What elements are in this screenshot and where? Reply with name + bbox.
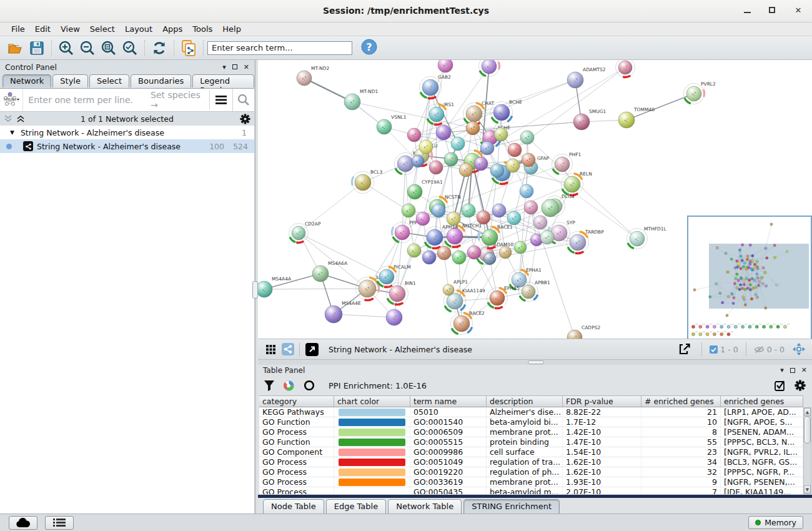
scroll-up-button[interactable]: ▲ (804, 408, 811, 416)
string-panel-button[interactable] (279, 339, 297, 359)
network-node[interactable] (459, 163, 473, 177)
tab-network[interactable]: Network (2, 74, 51, 87)
network-node[interactable]: CADPS2 (567, 325, 600, 339)
network-node[interactable]: PVRL2 (684, 81, 716, 104)
network-node[interactable] (479, 60, 500, 77)
network-node[interactable] (507, 211, 521, 225)
network-node[interactable] (416, 212, 430, 226)
zoom-out-button[interactable] (77, 38, 98, 58)
refresh-button[interactable] (149, 38, 170, 58)
minimap-graph[interactable] (688, 217, 811, 339)
network-node[interactable]: PHF1 (552, 152, 582, 175)
table-row[interactable]: GO ProcessGO:0033619membrane prot...1.93… (259, 477, 803, 487)
menu-edit[interactable]: Edit (30, 23, 56, 35)
network-node[interactable] (506, 159, 520, 172)
column-header-fdr-p-value[interactable]: FDR p-value (563, 395, 641, 407)
tab-node-table[interactable]: Node Table (263, 499, 324, 514)
network-edge[interactable] (334, 314, 394, 317)
tab-style[interactable]: Style (52, 74, 88, 87)
panel-menu-icon[interactable]: ▾ (780, 366, 784, 374)
network-edge[interactable] (443, 122, 582, 132)
column-header-category[interactable]: category (259, 395, 334, 407)
table-row[interactable]: GO ProcessGO:0050435beta-amyloid m...2.0… (259, 487, 803, 494)
species-hint[interactable]: Set species → (151, 90, 209, 110)
column-header--enriched-genes[interactable]: # enriched genes (641, 395, 721, 407)
network-node[interactable] (542, 199, 559, 217)
panel-splitter-grip[interactable] (252, 281, 258, 299)
network-node[interactable] (467, 246, 481, 259)
table-settings-gear-icon[interactable] (795, 380, 806, 391)
network-node[interactable]: SMUG1 (573, 109, 607, 130)
network-node[interactable]: CD2AP (289, 221, 321, 243)
birdseye-toggle-button[interactable] (790, 339, 808, 359)
network-collection-row[interactable]: ▼ String Network - Alzheimer's disease 1 (0, 126, 254, 139)
network-view-canvas[interactable]: MT-ND2MT-ND1VSNL1GAB2IRS1CHATBCHEADAMTS2… (258, 60, 812, 339)
table-row[interactable]: KEGG Pathways05010Alzheimer's dise...8.8… (259, 407, 803, 417)
zoom-in-button[interactable] (56, 38, 77, 58)
save-session-button[interactable] (26, 38, 47, 58)
network-node[interactable] (438, 60, 453, 72)
network-node[interactable] (407, 244, 421, 257)
network-node[interactable] (490, 164, 504, 177)
filter-icon[interactable] (264, 380, 274, 391)
import-network-button[interactable] (178, 38, 199, 58)
network-node[interactable]: MTHFD1L (627, 226, 667, 249)
table-row[interactable]: GO ComponentGO:0009986cell surface1.54E-… (259, 447, 803, 457)
network-node[interactable] (422, 251, 436, 264)
network-edge[interactable] (299, 233, 387, 277)
table-row[interactable]: GO ProcessGO:0019220regulation of ph...1… (259, 467, 803, 477)
network-node[interactable] (483, 252, 496, 265)
network-node[interactable] (447, 212, 460, 226)
birdseye-grid-button[interactable] (262, 339, 279, 359)
network-node[interactable] (444, 152, 458, 166)
string-protein-query-button[interactable]: STRING (0, 89, 23, 111)
tab-network-table[interactable]: Network Table (388, 499, 462, 514)
column-header-chart-color[interactable]: chart color (334, 395, 410, 407)
query-options-button[interactable] (210, 89, 232, 111)
float-panel-icon[interactable] (790, 368, 795, 373)
network-node[interactable]: BCHE (491, 99, 522, 124)
network-node[interactable] (419, 140, 433, 154)
network-node[interactable]: GAB2 (420, 74, 452, 99)
search-input[interactable] (207, 41, 352, 55)
network-node[interactable] (451, 137, 465, 151)
network-node[interactable]: TOMM40 (618, 107, 655, 128)
network-node[interactable] (499, 246, 512, 259)
panel-menu-icon[interactable]: ▾ (222, 63, 226, 71)
network-node[interactable]: MT-ND1 (344, 89, 378, 110)
network-overview-panel[interactable] (687, 216, 812, 339)
menu-apps[interactable]: Apps (157, 23, 187, 35)
close-panel-icon[interactable]: ✕ (801, 366, 807, 374)
network-node[interactable]: VSNL1 (377, 114, 407, 134)
run-query-button[interactable] (232, 89, 254, 111)
network-edge[interactable] (264, 289, 367, 289)
network-node[interactable] (407, 128, 421, 142)
network-node[interactable]: TARDBP (567, 229, 605, 254)
select-rows-icon[interactable] (775, 380, 786, 391)
network-node[interactable] (462, 204, 475, 217)
network-node[interactable] (616, 60, 635, 77)
maximize-button[interactable] (769, 7, 775, 13)
network-node[interactable] (522, 153, 535, 167)
column-header-description[interactable]: description (487, 395, 563, 407)
memory-button[interactable]: Memory (748, 516, 803, 529)
menu-layout[interactable]: Layout (120, 23, 157, 35)
network-row[interactable]: String Network - Alzheimer's disease 100… (0, 139, 254, 153)
menu-help[interactable]: Help (217, 23, 246, 35)
tree-expand-icon[interactable]: ▼ (10, 129, 14, 136)
menu-view[interactable]: View (56, 23, 85, 35)
scroll-down-button[interactable]: ▼ (804, 485, 811, 494)
table-vertical-scrollbar[interactable]: ▲ ▼ (803, 407, 811, 494)
close-button[interactable]: ✕ (793, 5, 803, 15)
help-button[interactable]: ? (361, 39, 377, 57)
enrichment-donut-icon[interactable] (283, 380, 295, 392)
export-network-button[interactable] (675, 339, 694, 359)
close-panel-icon[interactable]: ✕ (244, 63, 249, 71)
network-node[interactable]: RELN (562, 171, 592, 196)
hidden-eye-icon[interactable] (754, 345, 765, 354)
open-in-browser-button[interactable] (302, 339, 321, 359)
network-node[interactable] (436, 125, 451, 140)
network-node[interactable] (466, 121, 480, 135)
network-node[interactable] (429, 161, 443, 174)
selected-checkbox-icon[interactable] (710, 345, 718, 354)
